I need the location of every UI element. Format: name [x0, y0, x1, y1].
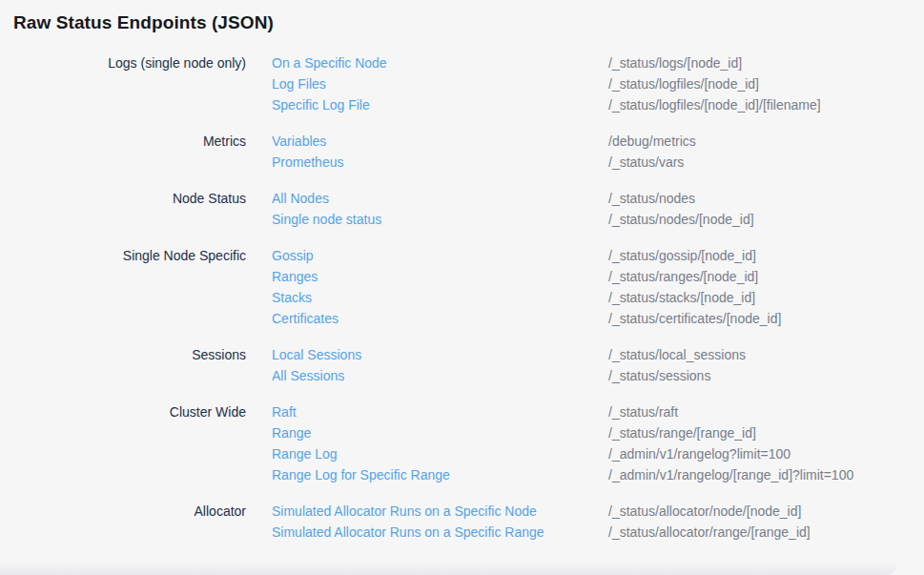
endpoint-path: /_status/logs/[node_id]	[608, 52, 924, 73]
endpoint-paths-column: /_status/nodes/_status/nodes/[node_id]	[608, 188, 924, 230]
category-label: Single Node Specific	[13, 245, 246, 329]
endpoint-links-column: On a Specific NodeLog FilesSpecific Log …	[272, 52, 583, 115]
endpoint-links-column: RaftRangeRange LogRange Log for Specific…	[272, 401, 583, 485]
endpoint-link[interactable]: Certificates	[272, 308, 583, 329]
page-title: Raw Status Endpoints (JSON)	[13, 11, 924, 34]
endpoint-path: /_status/range/[range_id]	[608, 422, 924, 443]
endpoint-paths-column: /_status/gossip/[node_id]/_status/ranges…	[608, 245, 924, 329]
endpoint-link[interactable]: Range Log	[272, 443, 583, 464]
endpoint-path: /_status/vars	[608, 152, 924, 173]
endpoint-link[interactable]: Specific Log File	[272, 94, 583, 115]
endpoint-links-column: GossipRangesStacksCertificates	[272, 245, 583, 329]
endpoint-group: Node StatusAll NodesSingle node status/_…	[13, 188, 924, 230]
endpoint-link[interactable]: On a Specific Node	[272, 52, 583, 73]
endpoint-path: /_status/nodes	[608, 188, 924, 209]
endpoint-link[interactable]: Local Sessions	[272, 344, 583, 365]
category-label: Cluster Wide	[13, 401, 246, 485]
endpoint-group: AllocatorSimulated Allocator Runs on a S…	[13, 501, 924, 543]
endpoint-links-column: VariablesPrometheus	[272, 131, 583, 173]
endpoint-path: /debug/metrics	[608, 131, 924, 152]
endpoint-path: /_admin/v1/rangelog?limit=100	[608, 443, 924, 464]
endpoint-link[interactable]: Simulated Allocator Runs on a Specific R…	[272, 522, 583, 543]
endpoint-paths-column: /_status/logs/[node_id]/_status/logfiles…	[608, 52, 924, 115]
endpoint-link[interactable]: Prometheus	[272, 152, 583, 173]
endpoint-path: /_status/certificates/[node_id]	[608, 308, 924, 329]
endpoint-path: /_status/allocator/range/[range_id]	[608, 522, 924, 543]
endpoint-group: Logs (single node only)On a Specific Nod…	[13, 52, 924, 115]
endpoint-path: /_status/nodes/[node_id]	[608, 209, 924, 230]
endpoint-link[interactable]: Single node status	[272, 209, 583, 230]
endpoint-link[interactable]: Stacks	[272, 287, 583, 308]
endpoint-link[interactable]: All Sessions	[272, 365, 583, 386]
endpoint-groups: Logs (single node only)On a Specific Nod…	[13, 52, 924, 543]
category-label: Metrics	[13, 131, 246, 173]
endpoint-link[interactable]: Simulated Allocator Runs on a Specific N…	[272, 501, 583, 522]
endpoint-link[interactable]: Variables	[272, 131, 583, 152]
endpoint-link[interactable]: All Nodes	[272, 188, 583, 209]
category-label: Allocator	[13, 501, 246, 543]
endpoint-path: /_status/logfiles/[node_id]/[filename]	[608, 94, 924, 115]
debug-page: Raw Status Endpoints (JSON) Logs (single…	[0, 0, 924, 543]
endpoint-group: MetricsVariablesPrometheus/debug/metrics…	[13, 131, 924, 173]
endpoint-link[interactable]: Range Log for Specific Range	[272, 464, 583, 485]
endpoint-paths-column: /debug/metrics/_status/vars	[608, 131, 924, 173]
endpoint-path: /_status/raft	[608, 401, 924, 422]
endpoint-link[interactable]: Log Files	[272, 73, 583, 94]
endpoint-path: /_status/ranges/[node_id]	[608, 266, 924, 287]
endpoint-path: /_status/local_sessions	[608, 344, 924, 365]
category-label: Sessions	[13, 344, 246, 386]
endpoint-link[interactable]: Ranges	[272, 266, 583, 287]
endpoint-link[interactable]: Gossip	[272, 245, 583, 266]
bottom-shadow	[0, 563, 896, 575]
endpoint-path: /_status/allocator/node/[node_id]	[608, 501, 924, 522]
endpoint-link[interactable]: Range	[272, 422, 583, 443]
endpoint-link[interactable]: Raft	[272, 401, 583, 422]
endpoint-path: /_status/sessions	[608, 365, 924, 386]
endpoint-links-column: Simulated Allocator Runs on a Specific N…	[272, 501, 583, 543]
endpoint-group: SessionsLocal SessionsAll Sessions/_stat…	[13, 344, 924, 386]
endpoint-paths-column: /_status/raft/_status/range/[range_id]/_…	[608, 401, 924, 485]
endpoint-links-column: All NodesSingle node status	[272, 188, 583, 230]
endpoint-paths-column: /_status/allocator/node/[node_id]/_statu…	[608, 501, 924, 543]
endpoint-paths-column: /_status/local_sessions/_status/sessions	[608, 344, 924, 386]
category-label: Node Status	[13, 188, 246, 230]
endpoint-links-column: Local SessionsAll Sessions	[272, 344, 583, 386]
category-label: Logs (single node only)	[13, 52, 246, 115]
endpoint-group: Single Node SpecificGossipRangesStacksCe…	[13, 245, 924, 329]
endpoint-group: Cluster WideRaftRangeRange LogRange Log …	[13, 401, 924, 485]
endpoint-path: /_status/stacks/[node_id]	[608, 287, 924, 308]
endpoint-path: /_status/gossip/[node_id]	[608, 245, 924, 266]
endpoint-path: /_admin/v1/rangelog/[range_id]?limit=100	[608, 464, 924, 485]
endpoint-path: /_status/logfiles/[node_id]	[608, 73, 924, 94]
